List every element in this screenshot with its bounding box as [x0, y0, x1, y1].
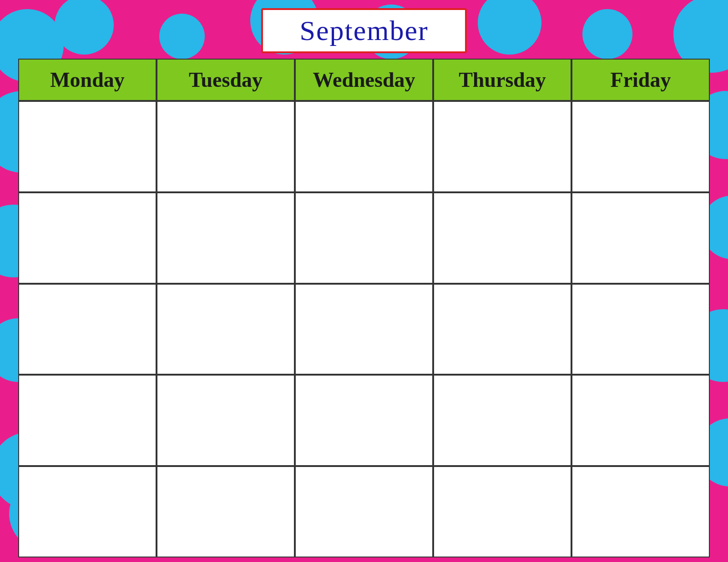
calendar-wrapper: September Monday Tuesday Wednesday Thurs…: [18, 5, 710, 557]
day-header-wednesday: Wednesday: [295, 59, 433, 101]
cell-5-4[interactable]: [433, 466, 571, 557]
calendar-row-3: [18, 284, 710, 375]
day-header-monday: Monday: [18, 59, 157, 101]
cell-3-1[interactable]: [18, 284, 157, 375]
cell-1-5[interactable]: [571, 101, 710, 192]
cell-1-4[interactable]: [433, 101, 571, 192]
calendar-main: Monday Tuesday Wednesday Thursday Friday: [18, 59, 710, 557]
cell-3-5[interactable]: [571, 284, 710, 375]
calendar-row-4: [18, 375, 710, 466]
day-headers: Monday Tuesday Wednesday Thursday Friday: [18, 59, 710, 101]
cell-2-4[interactable]: [433, 192, 571, 284]
calendar-row-5: [18, 466, 710, 557]
cell-4-4[interactable]: [433, 375, 571, 466]
cell-5-5[interactable]: [571, 466, 710, 557]
cell-5-1[interactable]: [18, 466, 157, 557]
calendar-row-2: [18, 192, 710, 284]
cell-5-2[interactable]: [157, 466, 295, 557]
cell-2-2[interactable]: [157, 192, 295, 284]
cell-1-3[interactable]: [295, 101, 433, 192]
cell-3-4[interactable]: [433, 284, 571, 375]
cell-2-5[interactable]: [571, 192, 710, 284]
calendar-rows: [18, 101, 710, 557]
cell-4-1[interactable]: [18, 375, 157, 466]
cell-4-2[interactable]: [157, 375, 295, 466]
cell-3-2[interactable]: [157, 284, 295, 375]
month-title: September: [299, 15, 428, 46]
cell-2-1[interactable]: [18, 192, 157, 284]
cell-1-1[interactable]: [18, 101, 157, 192]
calendar-row-1: [18, 101, 710, 192]
cell-3-3[interactable]: [295, 284, 433, 375]
cell-4-3[interactable]: [295, 375, 433, 466]
day-header-friday: Friday: [571, 59, 710, 101]
cell-2-3[interactable]: [295, 192, 433, 284]
month-title-container: September: [261, 8, 466, 53]
cell-4-5[interactable]: [571, 375, 710, 466]
cell-1-2[interactable]: [157, 101, 295, 192]
cell-5-3[interactable]: [295, 466, 433, 557]
day-header-thursday: Thursday: [433, 59, 571, 101]
day-header-tuesday: Tuesday: [157, 59, 295, 101]
